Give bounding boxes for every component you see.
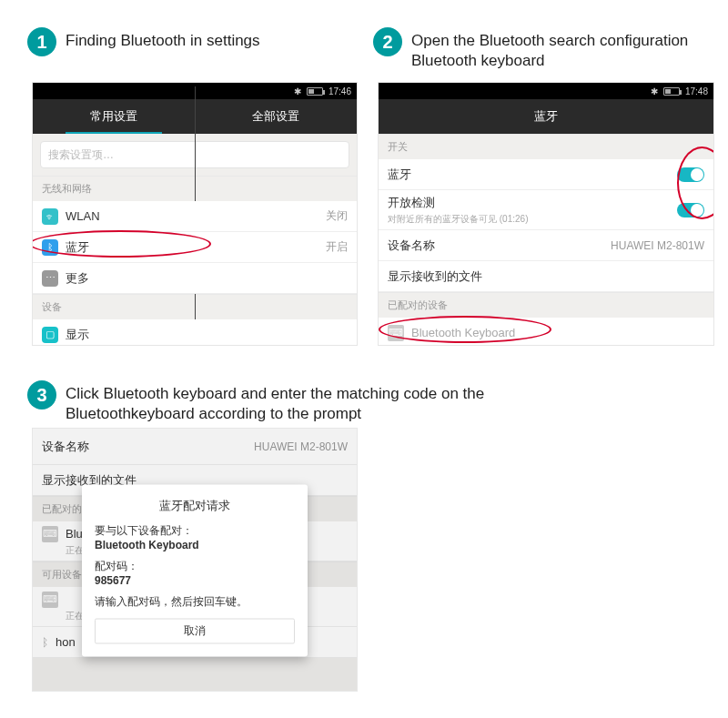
row-sub: 对附近所有的蓝牙设备可见 (01:26) <box>388 213 528 226</box>
dialog-line-code: 配对码： 985677 <box>95 558 295 586</box>
tab-common-settings[interactable]: 常用设置 <box>33 99 195 134</box>
row-discoverable[interactable]: 开放检测 对附近所有的蓝牙设备可见 (01:26) <box>379 190 713 230</box>
wifi-icon: ᯤ <box>42 208 58 225</box>
bluetooth-status-icon: ✱ <box>651 86 658 96</box>
code-value: 985677 <box>95 573 295 586</box>
bluetooth-icon: ᛒ <box>42 239 58 256</box>
battery-icon <box>307 87 323 96</box>
bluetooth-screenshot: ✱ 17:48 蓝牙 开关 蓝牙 开放检测 对附近所有的蓝牙设备可见 (01:2… <box>378 82 714 346</box>
row-device-name[interactable]: 设备名称 HUAWEI M2-801W <box>379 230 713 261</box>
highlight-circle <box>32 230 211 258</box>
row-value: 关闭 <box>326 208 348 224</box>
status-bar: ✱ 17:48 <box>379 83 713 99</box>
step-3-caption: Click Bluetooth keyboard and enter the m… <box>66 380 537 424</box>
code-label: 配对码： <box>95 558 295 573</box>
row-display[interactable]: ▢ 显示 <box>33 319 357 346</box>
step-2-header: 2 Open the Bluetooth search configuratio… <box>373 27 714 71</box>
row-label: 显示接收到的文件 <box>388 268 482 285</box>
display-icon: ▢ <box>42 327 58 343</box>
step-1-header: 1 Finding Bluetooth in settings <box>27 27 359 56</box>
row-label: 显示 <box>66 327 89 343</box>
row-received-files[interactable]: 显示接收到的文件 <box>379 261 713 292</box>
row-label: 蓝牙 <box>388 167 411 183</box>
bluetooth-toggle[interactable] <box>677 167 704 182</box>
discoverable-toggle[interactable] <box>677 203 704 217</box>
row-label: 蓝牙 <box>66 239 89 256</box>
search-placeholder: 搜索设置项… <box>48 147 114 163</box>
row-bluetooth-toggle[interactable]: 蓝牙 <box>379 159 713 190</box>
pairing-screenshot: 设备名称 HUAWEI M2-801W 显示接收到的文件 已配对的设备 ⌨ Bl… <box>32 428 358 692</box>
keyboard-icon: ⌨ <box>388 325 404 341</box>
pairing-dialog: 蓝牙配对请求 要与以下设备配对： Bluetooth Keyboard 配对码：… <box>82 484 308 656</box>
dialog-instruction: 请输入配对码，然后按回车键。 <box>95 593 295 609</box>
dialog-line-device: 要与以下设备配对： Bluetooth Keyboard <box>95 522 295 551</box>
clock: 17:48 <box>685 86 708 96</box>
section-paired: 已配对的设备 <box>379 292 713 318</box>
row-label: WLAN <box>66 209 100 223</box>
row-paired-device[interactable]: ⌨ Bluetooth Keyboard <box>379 318 713 346</box>
battery-icon <box>663 87 680 96</box>
step-number-badge: 3 <box>27 380 56 410</box>
pair-with-value: Bluetooth Keyboard <box>95 538 295 551</box>
tab-all-settings[interactable]: 全部设置 <box>195 99 357 134</box>
more-icon: ⋯ <box>42 270 58 287</box>
pair-with-label: 要与以下设备配对： <box>95 522 295 538</box>
step-number-badge: 2 <box>373 27 402 56</box>
row-label: 更多 <box>66 270 89 287</box>
dialog-title: 蓝牙配对请求 <box>95 497 295 513</box>
paired-device-label: Bluetooth Keyboard <box>411 326 515 339</box>
cancel-button[interactable]: 取消 <box>95 618 295 643</box>
step-2-caption: Open the Bluetooth search configuration … <box>411 27 714 71</box>
row-bluetooth[interactable]: ᛒ 蓝牙 开启 <box>33 232 357 263</box>
step-3-header: 3 Click Bluetooth keyboard and enter the… <box>27 380 537 424</box>
row-more[interactable]: ⋯ 更多 <box>33 263 357 294</box>
settings-tabs: 常用设置 全部设置 <box>33 99 357 134</box>
title-bar: 蓝牙 <box>379 99 713 134</box>
clock: 17:46 <box>329 86 351 96</box>
row-wlan[interactable]: ᯤ WLAN 关闭 <box>33 201 357 232</box>
screen-title: 蓝牙 <box>379 99 713 134</box>
step-1-caption: Finding Bluetooth in settings <box>66 27 260 51</box>
row-label: 设备名称 <box>388 238 435 254</box>
step-number-badge: 1 <box>27 27 56 56</box>
settings-screenshot: ✱ 17:46 常用设置 全部设置 搜索设置项… 无线和网络 ᯤ WLAN 关闭… <box>32 82 358 346</box>
device-name-value: HUAWEI M2-801W <box>611 239 704 252</box>
section-switch: 开关 <box>379 134 713 159</box>
bluetooth-status-icon: ✱ <box>294 86 301 96</box>
row-label: 开放检测 <box>388 195 435 211</box>
row-value: 开启 <box>326 239 348 255</box>
